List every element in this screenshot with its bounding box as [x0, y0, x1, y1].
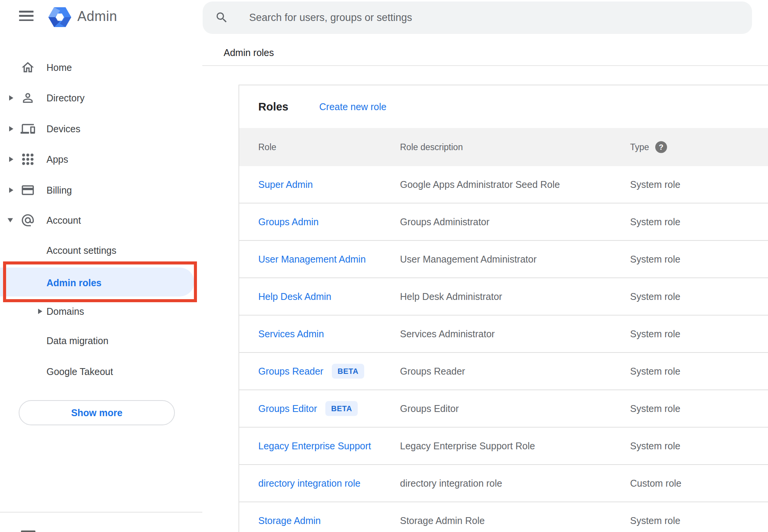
roles-card: Roles Create new role Role Role descript… [238, 85, 768, 532]
table-row: Help Desk Admin Help Desk Administrator … [239, 278, 768, 316]
partial-sidebar-icon [21, 530, 35, 532]
role-description-cell: Legacy Enterprise Support Role [400, 441, 535, 452]
sidebar-divider [0, 512, 202, 513]
role-description-cell: Groups Editor [400, 403, 459, 414]
table-row: Groups Admin Groups Administrator System… [239, 204, 768, 241]
role-type-cell: System role [630, 403, 680, 414]
column-header-type: Type ? [630, 141, 667, 153]
table-row: Storage Admin Storage Admin Role System … [239, 502, 768, 532]
apps-grid-icon [21, 152, 35, 167]
table-row: User Management Admin User Management Ad… [239, 241, 768, 278]
sidebar-item-label: Google Takeout [46, 366, 113, 377]
sidebar-item-label: Billing [46, 185, 72, 196]
role-link[interactable]: Services Admin [258, 328, 324, 340]
sidebar-item-data-migration[interactable]: Data migration [0, 325, 202, 356]
sidebar-item-billing[interactable]: Billing [0, 175, 202, 205]
role-description-cell: User Management Administrator [400, 254, 536, 265]
sidebar-item-label: Home [46, 62, 72, 73]
sidebar-item-admin-roles[interactable]: Admin roles [0, 268, 202, 298]
help-icon[interactable]: ? [655, 141, 667, 153]
role-description-cell: Groups Administrator [400, 216, 490, 228]
role-type-cell: System role [630, 254, 680, 265]
role-description-cell: directory integration role [400, 478, 502, 489]
expand-chevron-down-icon [8, 218, 13, 223]
role-type-cell: Custom role [630, 478, 682, 489]
search-input[interactable] [248, 2, 736, 34]
role-type-cell: System role [630, 179, 680, 190]
table-row: Super Admin Google Apps Administrator Se… [239, 166, 768, 204]
at-sign-icon [21, 213, 35, 228]
sidebar-item-label: Data migration [46, 335, 109, 346]
roles-card-header: Roles Create new role [239, 85, 768, 128]
sidebar-item-label: Directory [46, 93, 85, 104]
sidebar-item-devices[interactable]: Devices [0, 114, 202, 144]
sidebar-item-account-settings[interactable]: Account settings [0, 235, 202, 266]
create-new-role-link[interactable]: Create new role [319, 101, 386, 112]
sidebar-item-apps[interactable]: Apps [0, 144, 202, 175]
expand-chevron-right-icon [9, 187, 13, 193]
app-title: Admin [77, 8, 117, 24]
column-header-role: Role [258, 142, 276, 152]
sidebar-item-label: Devices [46, 123, 80, 135]
beta-badge: BETA [325, 401, 358, 416]
role-link[interactable]: Help Desk Admin [258, 291, 331, 302]
role-description-cell: Google Apps Administrator Seed Role [400, 179, 560, 190]
credit-card-icon [21, 183, 35, 197]
person-icon [21, 91, 35, 105]
role-type-cell: System role [630, 515, 680, 526]
header-divider [202, 65, 768, 66]
search-bar [203, 2, 752, 34]
role-description-cell: Services Administrator [400, 328, 495, 340]
table-body: Super Admin Google Apps Administrator Se… [239, 166, 768, 532]
sidebar-item-home[interactable]: Home [0, 52, 202, 83]
role-type-cell: System role [630, 366, 680, 377]
table-header-row: Role Role description Type ? [239, 128, 768, 166]
table-row: Services Admin Services Administrator Sy… [239, 316, 768, 353]
role-description-cell: Storage Admin Role [400, 515, 485, 526]
role-type-cell: System role [630, 441, 680, 452]
role-link[interactable]: directory integration role [258, 478, 360, 489]
role-type-cell: System role [630, 216, 680, 228]
expand-chevron-right-icon [38, 309, 42, 314]
home-icon [21, 60, 35, 75]
show-more-button[interactable]: Show more [19, 400, 175, 425]
breadcrumb: Admin roles [224, 47, 274, 58]
google-admin-logo-icon[interactable] [48, 6, 71, 28]
role-description-cell: Help Desk Administrator [400, 291, 502, 302]
hamburger-menu-icon[interactable] [19, 11, 34, 21]
table-row: Groups Editor BETA Groups Editor System … [239, 390, 768, 428]
search-icon[interactable] [215, 11, 229, 24]
role-link[interactable]: Storage Admin [258, 515, 321, 526]
sidebar-item-label: Apps [46, 154, 68, 165]
role-link[interactable]: Groups Admin [258, 216, 318, 228]
sidebar-item-label: Domains [46, 306, 84, 317]
role-description-cell: Groups Reader [400, 366, 465, 377]
column-header-role-description: Role description [400, 142, 463, 152]
table-row: directory integration role directory int… [239, 465, 768, 502]
expand-chevron-right-icon [9, 157, 13, 162]
sidebar-item-label: Admin roles [46, 277, 101, 288]
role-link[interactable]: Legacy Enterprise Support [258, 441, 371, 452]
role-link[interactable]: Super Admin [258, 179, 313, 190]
role-type-cell: System role [630, 328, 680, 340]
beta-badge: BETA [332, 364, 364, 379]
role-type-cell: System role [630, 291, 680, 302]
sidebar-item-google-takeout[interactable]: Google Takeout [0, 356, 202, 387]
admin-console-screen: Admin Admin roles Home Directory Devices… [0, 0, 768, 532]
devices-icon [21, 122, 35, 136]
role-link[interactable]: Groups Editor [258, 403, 317, 414]
column-header-type-label: Type [630, 142, 649, 152]
expand-chevron-right-icon [9, 95, 13, 101]
sidebar-item-account[interactable]: Account [0, 205, 202, 236]
sidebar-item-domains[interactable]: Domains [0, 296, 202, 327]
role-link[interactable]: User Management Admin [258, 254, 366, 265]
sidebar-item-label: Account [46, 215, 81, 226]
role-link[interactable]: Groups Reader [258, 366, 323, 377]
sidebar-item-directory[interactable]: Directory [0, 83, 202, 113]
expand-chevron-right-icon [9, 126, 13, 131]
sidebar-item-label: Account settings [46, 245, 116, 256]
table-row: Groups Reader BETA Groups Reader System … [239, 353, 768, 390]
table-row: Legacy Enterprise Support Legacy Enterpr… [239, 428, 768, 465]
roles-title: Roles [258, 101, 288, 113]
